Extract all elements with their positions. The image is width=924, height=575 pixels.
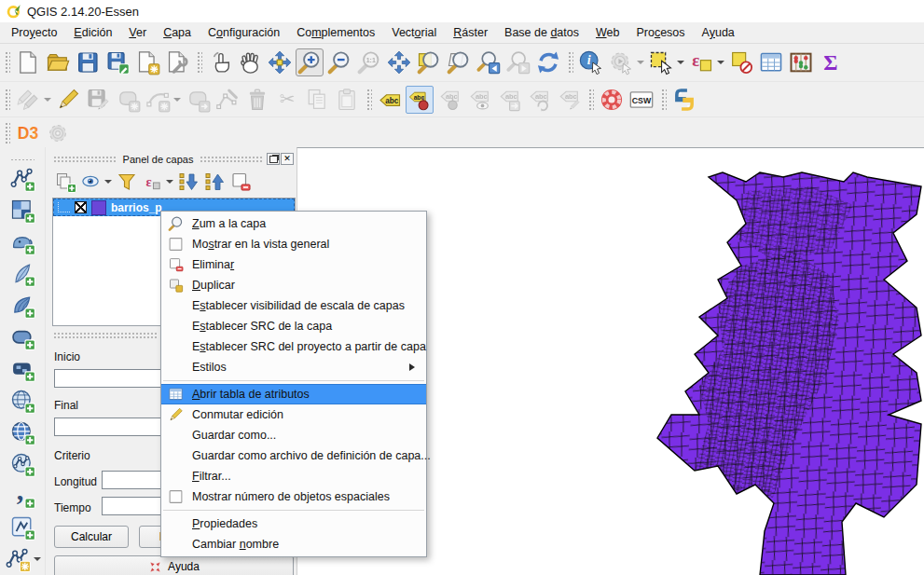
- layer-visibility-checkbox[interactable]: [75, 201, 87, 213]
- save-layer-edits[interactable]: [84, 86, 112, 114]
- paste-features[interactable]: [333, 86, 361, 114]
- ver[interactable]: Ver: [120, 22, 155, 43]
- edicion[interactable]: Edición: [65, 22, 120, 43]
- add-mssql-layer[interactable]: [8, 292, 36, 320]
- show-in-overview[interactable]: Mostrar en la vista general: [161, 234, 426, 254]
- add-delimited-text-layer[interactable]: [8, 482, 36, 510]
- composer-manager[interactable]: [163, 48, 191, 76]
- remove[interactable]: Eliminar: [161, 254, 426, 275]
- add-oracle-layer[interactable]: [8, 323, 36, 351]
- d3-plugin[interactable]: [14, 119, 42, 147]
- toggle-editing[interactable]: [54, 86, 82, 114]
- toolbar-grip[interactable]: [4, 50, 10, 75]
- add-group[interactable]: [53, 170, 77, 194]
- cut-features[interactable]: [273, 86, 301, 114]
- identify-features[interactable]: [577, 48, 605, 76]
- zoom-next[interactable]: [504, 48, 532, 76]
- configuracion[interactable]: Configuración: [200, 22, 288, 43]
- set-layer-crs[interactable]: Establecer SRC de la capa: [161, 316, 426, 336]
- zoom-in[interactable]: [296, 48, 324, 76]
- toolbar-grip[interactable]: [365, 88, 372, 112]
- add-raster-layer[interactable]: [8, 197, 36, 225]
- python-console[interactable]: [670, 86, 698, 114]
- new-shapefile-layer[interactable]: [8, 513, 36, 541]
- red-circle-plugin[interactable]: [598, 86, 626, 114]
- toolbar-grip[interactable]: [196, 50, 202, 75]
- open-project[interactable]: [44, 48, 72, 76]
- open-attribute-table[interactable]: Abrir tabla de atributos: [161, 384, 426, 404]
- pan-map[interactable]: [236, 48, 264, 76]
- rotate-label[interactable]: [525, 86, 553, 114]
- zoom-native[interactable]: [355, 48, 383, 76]
- zoom-last[interactable]: [475, 48, 503, 76]
- new-project[interactable]: [14, 48, 42, 76]
- web[interactable]: Web: [587, 22, 627, 43]
- capa[interactable]: Capa: [155, 22, 200, 43]
- zoom-to-layer[interactable]: [445, 48, 473, 76]
- zoom-out[interactable]: [325, 48, 353, 76]
- raster[interactable]: Ráster: [445, 22, 496, 43]
- toggle-editing[interactable]: Conmutar edición: [161, 404, 426, 425]
- select-by-expression[interactable]: [687, 48, 725, 76]
- csw-metasearch[interactable]: [627, 86, 655, 114]
- add-circular-string[interactable]: [144, 86, 182, 114]
- statistics[interactable]: [787, 48, 815, 76]
- unpin-labels[interactable]: [435, 86, 463, 114]
- ayuda[interactable]: Ayuda: [694, 22, 743, 43]
- properties[interactable]: Propiedades: [161, 513, 426, 534]
- complementos[interactable]: Complementos: [288, 22, 383, 43]
- touch-zoom-pan[interactable]: [206, 48, 234, 76]
- add-feature[interactable]: [114, 86, 142, 114]
- panel-handle[interactable]: [53, 156, 117, 162]
- set-scale-visibility[interactable]: Establecer visibilidad de escala de capa…: [161, 295, 426, 316]
- change-label[interactable]: [555, 86, 583, 114]
- toolbar-grip[interactable]: [4, 121, 10, 145]
- panel-handle[interactable]: [200, 156, 263, 162]
- new-print-composer[interactable]: [133, 48, 161, 76]
- refresh-map[interactable]: [534, 48, 562, 76]
- duplicate[interactable]: Duplicar: [161, 275, 426, 295]
- toolbar-grip[interactable]: [10, 158, 34, 160]
- add-spatialite-layer[interactable]: [8, 260, 36, 288]
- select-features[interactable]: [647, 48, 685, 76]
- rename[interactable]: Cambiar nombre: [161, 534, 426, 554]
- set-project-crs-from-layer[interactable]: Establecer SRC del proyecto a partir de …: [161, 336, 426, 357]
- vectorial[interactable]: Vectorial: [383, 22, 445, 43]
- panel-handle[interactable]: [53, 332, 157, 338]
- add-oracle-georaster-layer[interactable]: [8, 355, 36, 383]
- delete-selected[interactable]: [243, 86, 271, 114]
- current-edits[interactable]: [14, 86, 52, 114]
- show-sum[interactable]: [817, 48, 845, 76]
- calcular-button[interactable]: Calcular: [54, 526, 129, 548]
- show-hide-labels[interactable]: [465, 86, 493, 114]
- zoom-to-selection[interactable]: [415, 48, 443, 76]
- add-vector-layer[interactable]: [8, 165, 36, 193]
- remove-layer-group[interactable]: [228, 170, 253, 194]
- toolbar-grip[interactable]: [660, 88, 667, 112]
- add-wfs-layer[interactable]: [8, 450, 36, 478]
- filter-legend[interactable]: [115, 170, 139, 194]
- filter-legend-by-expression[interactable]: [141, 170, 174, 194]
- ayuda-button[interactable]: Ayuda: [54, 555, 294, 575]
- node-tool[interactable]: [214, 86, 241, 114]
- expand-all[interactable]: [176, 170, 200, 194]
- panel-close-button[interactable]: ✕: [281, 153, 294, 165]
- plugin-settings[interactable]: [44, 119, 72, 147]
- save-as-layer-definition[interactable]: Guardar como archivo de definición de ca…: [161, 445, 426, 466]
- pan-to-selection[interactable]: [266, 48, 294, 76]
- panel-float-button[interactable]: [267, 153, 280, 165]
- pin-labels[interactable]: [406, 86, 434, 114]
- manage-layer-visibility[interactable]: [79, 170, 113, 194]
- show-feature-count[interactable]: Mostrar número de objetos espaciales: [161, 486, 426, 507]
- save-as[interactable]: Guardar como...: [161, 425, 426, 445]
- proyecto[interactable]: Proyecto: [3, 22, 65, 43]
- toolbar-grip[interactable]: [567, 50, 573, 75]
- zoom-to-layer[interactable]: Zum a la capa: [161, 213, 426, 234]
- deselect-all[interactable]: [727, 48, 755, 76]
- new-temporary-layer[interactable]: [4, 545, 42, 573]
- layer-labeling-options[interactable]: [376, 86, 404, 114]
- toolbar-grip[interactable]: [4, 88, 10, 112]
- add-postgis-layer[interactable]: [8, 228, 36, 256]
- procesos[interactable]: Procesos: [627, 22, 693, 43]
- add-wcs-layer[interactable]: [8, 418, 36, 446]
